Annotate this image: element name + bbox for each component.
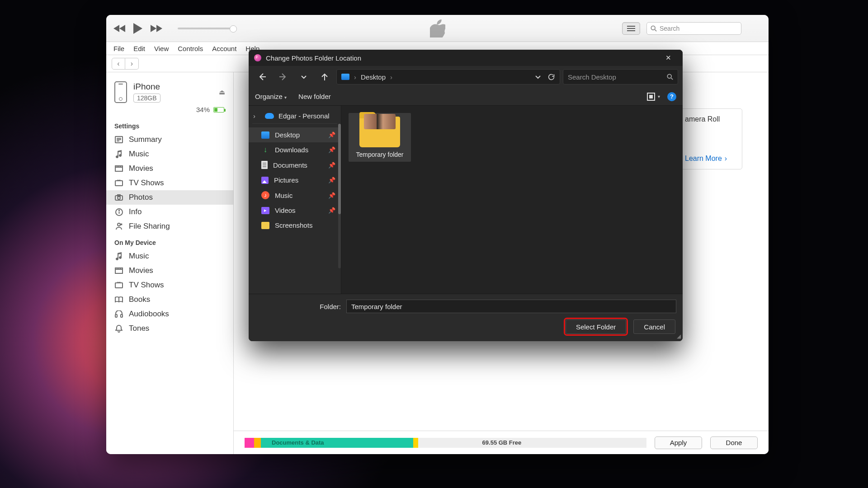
sidebar-item-info[interactable]: Info bbox=[106, 205, 233, 219]
onedrive-icon bbox=[265, 113, 274, 119]
pin-icon: 📌 bbox=[328, 146, 335, 153]
device-item-label: Movies bbox=[129, 266, 153, 275]
device-item-movies[interactable]: Movies bbox=[106, 263, 233, 278]
info-icon bbox=[114, 207, 123, 216]
new-folder-button[interactable]: New folder bbox=[298, 93, 331, 100]
menu-file[interactable]: File bbox=[113, 45, 124, 52]
books-icon bbox=[114, 295, 123, 304]
quick-item-label: Pictures bbox=[274, 176, 298, 184]
device-item-label: Tones bbox=[129, 324, 149, 333]
up-icon[interactable] bbox=[316, 69, 334, 85]
view-mode-button[interactable]: ▾ bbox=[647, 93, 660, 101]
nav-back-button[interactable]: ‹ bbox=[112, 58, 125, 70]
next-track-button[interactable] bbox=[150, 24, 162, 33]
list-view-button[interactable] bbox=[622, 22, 640, 35]
pin-icon: 📌 bbox=[328, 131, 335, 138]
done-button[interactable]: Done bbox=[710, 436, 758, 449]
apply-button[interactable]: Apply bbox=[655, 436, 702, 449]
movies-icon bbox=[114, 266, 123, 275]
tones-icon bbox=[114, 324, 123, 333]
recent-dropdown-icon[interactable] bbox=[295, 69, 313, 85]
cloud-account-row[interactable]: › Edgar - Personal bbox=[252, 108, 337, 124]
sidebar-item-photos[interactable]: Photos bbox=[106, 190, 233, 205]
folder-field-label: Folder: bbox=[255, 303, 341, 310]
scr-icon bbox=[261, 222, 269, 229]
device-item-tones[interactable]: Tones bbox=[106, 321, 233, 336]
playback-controls bbox=[113, 23, 234, 34]
search-input[interactable]: Search bbox=[646, 22, 741, 35]
device-item-music[interactable]: Music bbox=[106, 249, 233, 263]
sidebar-item-label: TV Shows bbox=[129, 178, 164, 188]
device-item-label: TV Shows bbox=[129, 281, 164, 290]
music-icon bbox=[114, 150, 123, 159]
device-item-audiobooks[interactable]: Audiobooks bbox=[106, 307, 233, 321]
device-item-label: Books bbox=[129, 295, 150, 304]
movies-icon bbox=[114, 164, 123, 173]
search-icon bbox=[667, 74, 673, 80]
play-button[interactable] bbox=[132, 23, 143, 34]
sidebar-item-label: Photos bbox=[129, 193, 153, 202]
pin-icon: 📌 bbox=[328, 177, 335, 183]
breadcrumb-desktop[interactable]: Desktop bbox=[361, 73, 386, 81]
folder-tile-label: Temporary folder bbox=[356, 151, 403, 158]
folder-icon bbox=[359, 117, 400, 147]
svg-line-4 bbox=[655, 29, 657, 31]
eject-icon[interactable]: ⏏ bbox=[219, 88, 225, 96]
quick-screenshots[interactable]: Screenshots bbox=[249, 218, 341, 233]
forward-icon[interactable] bbox=[274, 69, 292, 85]
menu-account[interactable]: Account bbox=[212, 45, 236, 52]
device-item-books[interactable]: Books bbox=[106, 292, 233, 307]
refresh-icon[interactable] bbox=[547, 73, 555, 81]
device-header: iPhone 128GB ⏏ bbox=[106, 79, 233, 106]
photos-icon bbox=[114, 193, 123, 202]
file-dialog: Change Photos Folder Location ✕ › Deskto… bbox=[249, 50, 683, 341]
back-icon[interactable] bbox=[253, 69, 271, 85]
dialog-titlebar: Change Photos Folder Location ✕ bbox=[249, 50, 683, 66]
quick-item-label: Videos bbox=[275, 206, 296, 214]
camera-roll-card: amera Roll Learn More› bbox=[679, 108, 742, 169]
sidebar: iPhone 128GB ⏏ 34% Settings SummaryMusic… bbox=[106, 72, 234, 454]
quick-pictures[interactable]: Pictures📌 bbox=[249, 173, 341, 188]
organize-menu[interactable]: Organize ▾ bbox=[255, 93, 287, 100]
quick-music[interactable]: ♪Music📌 bbox=[249, 188, 341, 203]
sidebar-scrollbar[interactable] bbox=[338, 124, 341, 268]
dialog-content[interactable]: Temporary folder bbox=[341, 106, 683, 294]
folder-name-input[interactable] bbox=[346, 300, 676, 313]
address-dropdown-icon[interactable] bbox=[535, 74, 541, 80]
dialog-close-button[interactable]: ✕ bbox=[659, 51, 677, 65]
sidebar-item-movies[interactable]: Movies bbox=[106, 161, 233, 176]
sidebar-item-label: Movies bbox=[129, 164, 153, 173]
select-folder-button[interactable]: Select Folder bbox=[566, 319, 626, 334]
quick-desktop[interactable]: Desktop📌 bbox=[249, 127, 341, 142]
quick-videos[interactable]: ▸Videos📌 bbox=[249, 203, 341, 218]
sidebar-item-file-sharing[interactable]: File Sharing bbox=[106, 219, 233, 234]
quick-item-label: Documents bbox=[273, 161, 307, 169]
folder-tile-temporary[interactable]: Temporary folder bbox=[349, 113, 411, 162]
svg-line-36 bbox=[671, 78, 673, 80]
menu-view[interactable]: View bbox=[154, 45, 169, 52]
menu-controls[interactable]: Controls bbox=[178, 45, 203, 52]
prev-track-button[interactable] bbox=[113, 24, 126, 33]
quick-item-label: Screenshots bbox=[275, 221, 312, 229]
learn-more-link[interactable]: Learn More› bbox=[685, 155, 736, 163]
nav-forward-button[interactable]: › bbox=[125, 58, 139, 70]
tv-icon bbox=[114, 281, 123, 290]
device-item-tv-shows[interactable]: TV Shows bbox=[106, 278, 233, 292]
address-bar[interactable]: › Desktop › bbox=[336, 69, 560, 84]
dialog-search-input[interactable]: Search Desktop bbox=[563, 69, 678, 84]
sidebar-item-music[interactable]: Music bbox=[106, 147, 233, 161]
menu-edit[interactable]: Edit bbox=[133, 45, 145, 52]
pin-icon: 📌 bbox=[328, 162, 335, 169]
volume-slider[interactable] bbox=[178, 28, 234, 29]
cancel-button[interactable]: Cancel bbox=[633, 319, 675, 334]
resize-grip-icon[interactable]: ◢ bbox=[677, 333, 681, 339]
sidebar-item-summary[interactable]: Summary bbox=[106, 132, 233, 147]
iphone-icon bbox=[114, 81, 127, 103]
quick-documents[interactable]: Documents📌 bbox=[249, 157, 341, 173]
help-icon[interactable]: ? bbox=[667, 92, 676, 101]
mus-icon: ♪ bbox=[261, 191, 269, 199]
sidebar-item-tv-shows[interactable]: TV Shows bbox=[106, 176, 233, 190]
dialog-toolbar: Organize ▾ New folder ▾ ? bbox=[249, 88, 683, 106]
quick-downloads[interactable]: ↓Downloads📌 bbox=[249, 142, 341, 157]
svg-rect-33 bbox=[115, 314, 117, 317]
